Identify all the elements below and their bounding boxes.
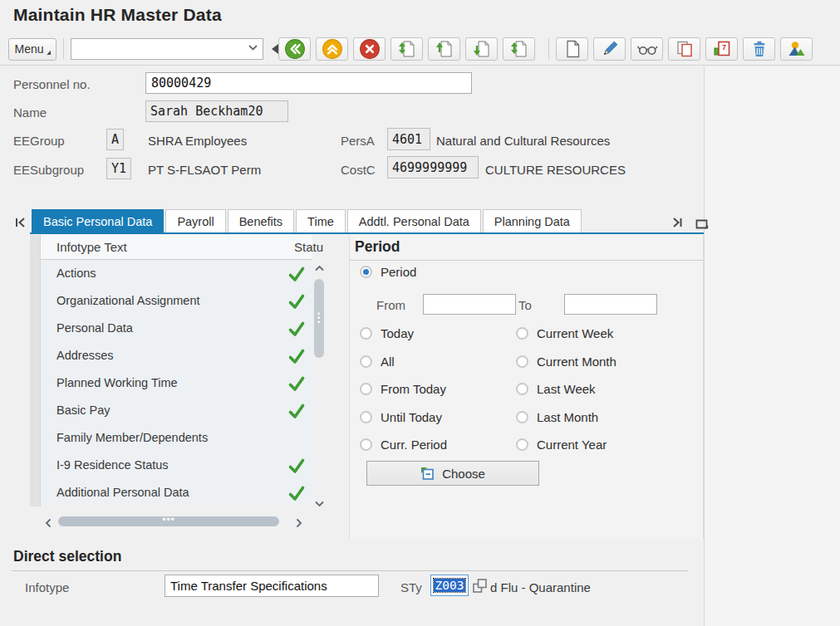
next-page-button[interactable] xyxy=(465,37,498,61)
period-panel: Period Period From To TodayCurrent WeekA… xyxy=(349,235,704,539)
ee-subgroup-label: EESubgroup xyxy=(13,163,84,177)
radio-row-last-week: Last Week xyxy=(516,382,596,396)
radio-label: Today xyxy=(381,326,414,340)
radio-last-month[interactable] xyxy=(516,411,528,423)
change-button[interactable] xyxy=(593,37,626,61)
status-check-icon xyxy=(287,374,306,393)
radio-period[interactable] xyxy=(360,266,372,278)
scroll-left-icon[interactable] xyxy=(43,516,53,531)
next-page-icon xyxy=(472,39,492,59)
subtype-input[interactable]: Z003 xyxy=(430,575,469,596)
display-button[interactable] xyxy=(631,37,663,61)
scroll-up-icon[interactable] xyxy=(314,262,325,273)
horizontal-scrollbar[interactable]: ••• xyxy=(37,515,311,528)
radio-row-from-today: From Today xyxy=(360,382,446,396)
radio-label: Current Week xyxy=(537,326,613,340)
radio-label: Current Year xyxy=(537,438,607,452)
menu-button[interactable]: Menu xyxy=(8,38,56,61)
last-page-button[interactable] xyxy=(503,37,535,61)
infotype-row-planned-working-time[interactable]: Planned Working Time xyxy=(41,369,312,397)
ee-subgroup-value-field: Y1 xyxy=(106,158,131,179)
scroll-down-icon[interactable] xyxy=(314,497,325,508)
command-input[interactable] xyxy=(71,40,248,58)
tab-benefits[interactable]: Benefits xyxy=(228,209,294,232)
delimit-button[interactable]: 7 xyxy=(705,37,738,61)
vertical-scrollbar-thumb[interactable]: ••• xyxy=(314,279,324,358)
subtype-selected-value: Z003 xyxy=(434,579,466,592)
back-button[interactable] xyxy=(278,37,311,61)
radio-from-today[interactable] xyxy=(360,383,372,395)
infotype-input[interactable] xyxy=(165,575,379,597)
radio-current-month[interactable] xyxy=(516,355,528,368)
infotype-row-text: Planned Working Time xyxy=(56,376,178,389)
cancel-button[interactable] xyxy=(353,37,386,61)
infotype-row-additional-personal-data[interactable]: Additional Personal Data xyxy=(41,479,312,506)
radio-label: All xyxy=(381,355,395,369)
tab-overview-button[interactable] xyxy=(693,213,711,232)
first-page-button[interactable] xyxy=(391,37,423,61)
radio-all[interactable] xyxy=(360,355,372,368)
infotype-row-personal-data[interactable]: Personal Data xyxy=(41,315,312,342)
tab-payroll[interactable]: Payroll xyxy=(165,209,225,232)
infotype-row-text: Personal Data xyxy=(56,321,133,335)
subtype-matchcode-button[interactable] xyxy=(471,577,489,595)
radio-current-week[interactable] xyxy=(516,327,528,340)
pers-area-label: PersA xyxy=(341,134,375,148)
previous-page-button[interactable] xyxy=(428,37,460,61)
svg-text:7: 7 xyxy=(721,43,725,51)
last-page-icon xyxy=(509,39,529,59)
infotype-label: Infotype xyxy=(25,580,69,594)
infotype-row-basic-pay[interactable]: Basic Pay xyxy=(41,397,312,424)
create-button[interactable] xyxy=(556,37,588,61)
tab-scroll-right-button[interactable] xyxy=(668,213,686,232)
tab-addtl-personal-data[interactable]: Addtl. Personal Data xyxy=(347,209,481,232)
overview-button[interactable] xyxy=(780,37,813,61)
horizontal-scrollbar-thumb[interactable]: ••• xyxy=(58,516,279,526)
radio-row-current-year: Current Year xyxy=(516,438,607,452)
collapse-toolbar-icon[interactable] xyxy=(272,44,278,54)
radio-last-week[interactable] xyxy=(516,383,528,395)
cost-center-label: CostC xyxy=(341,163,376,177)
table-selection-column[interactable] xyxy=(30,235,41,506)
infotype-row-text: Basic Pay xyxy=(56,403,110,417)
ee-group-label: EEGroup xyxy=(13,134,65,148)
radio-until-today[interactable] xyxy=(360,411,372,423)
radio-current-year[interactable] xyxy=(516,438,528,451)
infotype-row-actions[interactable]: Actions xyxy=(41,260,312,287)
status-check-icon xyxy=(287,457,306,475)
infotype-row-text: Family Member/Dependents xyxy=(56,431,208,444)
name-label: Name xyxy=(13,105,47,120)
to-date-input[interactable] xyxy=(564,294,657,315)
scroll-right-icon[interactable] xyxy=(294,516,304,531)
back-icon xyxy=(284,38,306,60)
infotype-row-text: I-9 Residence Status xyxy=(56,458,169,472)
command-field[interactable] xyxy=(71,38,263,60)
choose-button-label: Choose xyxy=(442,467,485,481)
subtype-description-text: d Flu - Quarantine xyxy=(490,580,591,594)
vertical-scrollbar[interactable]: ••• xyxy=(313,262,326,508)
status-check-icon xyxy=(287,484,306,502)
from-date-input[interactable] xyxy=(423,294,516,315)
page-title: Maintain HR Master Data xyxy=(13,5,222,25)
radio-today[interactable] xyxy=(360,327,372,340)
tab-basic-personal-data[interactable]: Basic Personal Data xyxy=(32,209,164,232)
copy-button[interactable] xyxy=(668,37,700,61)
tab-time[interactable]: Time xyxy=(296,209,346,232)
tab-planning-data[interactable]: Planning Data xyxy=(483,209,582,232)
create-icon xyxy=(562,39,582,59)
status-check-icon xyxy=(287,292,306,311)
personnel-no-input[interactable] xyxy=(145,72,472,94)
infotype-row-i-9-residence-status[interactable]: I-9 Residence Status xyxy=(41,452,312,479)
delete-button[interactable] xyxy=(743,37,775,61)
choose-button[interactable]: Choose xyxy=(366,461,539,486)
radio-row-last-month: Last Month xyxy=(516,410,598,424)
infotype-row-family-member-dependents[interactable]: Family Member/Dependents xyxy=(41,424,312,452)
chevron-down-icon[interactable] xyxy=(248,42,258,56)
infotype-row-organizational-assignment[interactable]: Organizational Assignment xyxy=(41,287,312,315)
exit-button[interactable] xyxy=(316,37,348,61)
infotype-row-addresses[interactable]: Addresses xyxy=(41,342,312,369)
tab-scroll-left-button[interactable] xyxy=(12,213,30,232)
radio-curr-period[interactable] xyxy=(360,438,372,451)
change-pencil-icon xyxy=(600,39,620,59)
display-glasses-icon xyxy=(636,39,658,59)
